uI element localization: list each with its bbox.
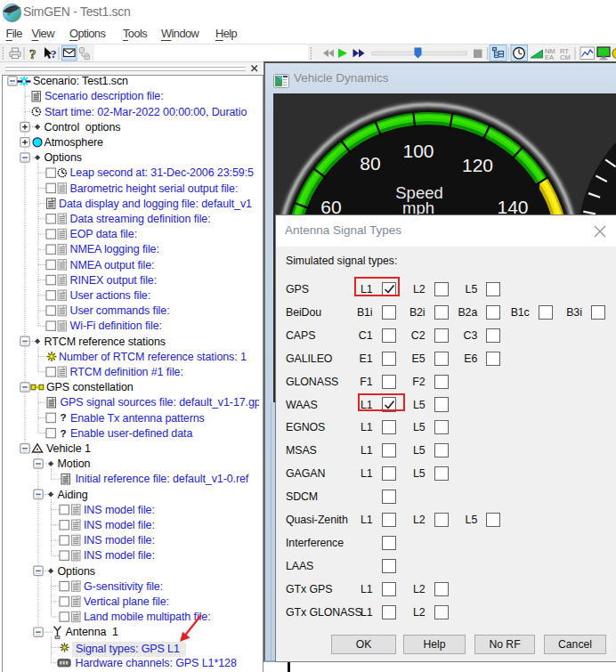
svg-text:140: 140	[497, 197, 528, 215]
svg-text:?: ?	[29, 47, 36, 61]
svg-text:100: 100	[402, 141, 434, 161]
svg-text:mph: mph	[402, 198, 434, 215]
svg-text:60: 60	[320, 197, 341, 215]
svg-text:EA: EA	[545, 53, 554, 61]
svg-text:?: ?	[51, 47, 57, 61]
svg-text:CM: CM	[560, 53, 571, 61]
svg-text:80: 80	[360, 153, 380, 174]
svg-text:120: 120	[462, 155, 493, 175]
